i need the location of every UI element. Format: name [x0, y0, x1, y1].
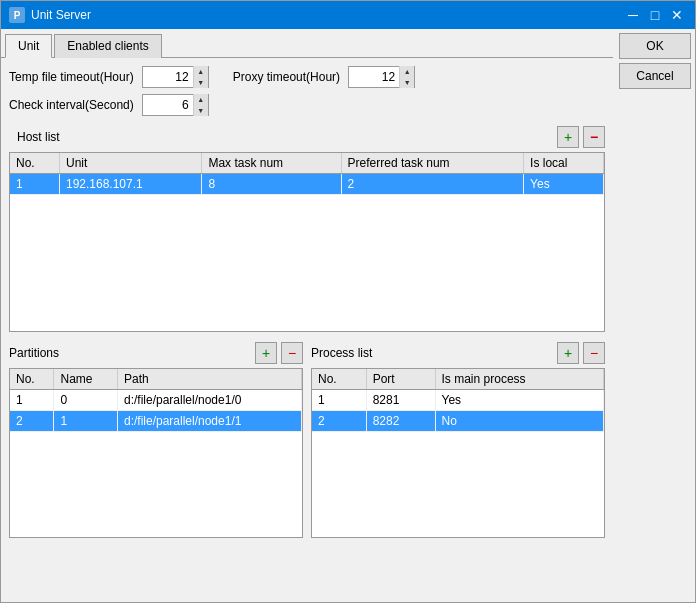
part-col-no: No. — [10, 369, 54, 390]
proxy-timeout-up[interactable]: ▲ — [400, 66, 414, 77]
proc-port: 8281 — [366, 390, 435, 411]
partitions-buttons: + − — [255, 342, 303, 364]
partitions-panel: Partitions + − No. Na — [9, 338, 303, 538]
partitions-table-wrapper: No. Name Path 1 0 d:/file/parallel/node1… — [9, 368, 303, 538]
process-list-remove-button[interactable]: − — [583, 342, 605, 364]
process-row[interactable]: 2 8282 No — [312, 411, 604, 432]
proxy-timeout-label: Proxy timeout(Hour) — [233, 70, 340, 84]
proc-col-no: No. — [312, 369, 366, 390]
check-interval-input[interactable] — [143, 95, 193, 115]
dialog-buttons: OK Cancel — [613, 29, 695, 602]
host-max-task: 8 — [202, 174, 341, 195]
host-list-add-button[interactable]: + — [557, 126, 579, 148]
host-list-header-row: No. Unit Max task num Preferred task num… — [10, 153, 604, 174]
temp-timeout-spin: ▲ ▼ — [142, 66, 209, 88]
col-max-task: Max task num — [202, 153, 341, 174]
col-preferred-task: Preferred task num — [341, 153, 524, 174]
bottom-panels: Partitions + − No. Na — [9, 338, 605, 538]
partition-row[interactable]: 1 0 d:/file/parallel/node1/0 — [10, 390, 302, 411]
minimize-button[interactable]: ─ — [623, 5, 643, 25]
tab-bar: Unit Enabled clients — [1, 29, 613, 58]
proc-col-is-main: Is main process — [435, 369, 603, 390]
host-no: 1 — [10, 174, 59, 195]
proc-no: 1 — [312, 390, 366, 411]
proxy-timeout-input[interactable] — [349, 67, 399, 87]
temp-timeout-spin-buttons: ▲ ▼ — [193, 66, 208, 88]
col-unit: Unit — [59, 153, 201, 174]
partitions-table: No. Name Path 1 0 d:/file/parallel/node1… — [10, 369, 302, 432]
col-is-local: Is local — [524, 153, 604, 174]
host-unit: 192.168.107.1 — [59, 174, 201, 195]
check-interval-down[interactable]: ▼ — [194, 105, 208, 116]
content-area: Unit Enabled clients Temp file timeout(H… — [1, 29, 695, 602]
part-col-name: Name — [54, 369, 118, 390]
host-list-remove-button[interactable]: − — [583, 126, 605, 148]
process-list-table: No. Port Is main process 1 8281 Yes2 828… — [312, 369, 604, 432]
col-no: No. — [10, 153, 59, 174]
host-list-table-wrapper: No. Unit Max task num Preferred task num… — [9, 152, 605, 332]
cancel-button[interactable]: Cancel — [619, 63, 691, 89]
proc-is-main: Yes — [435, 390, 603, 411]
tab-unit[interactable]: Unit — [5, 34, 52, 58]
partitions-remove-button[interactable]: − — [281, 342, 303, 364]
process-row[interactable]: 1 8281 Yes — [312, 390, 604, 411]
maximize-button[interactable]: □ — [645, 5, 665, 25]
partitions-header: Partitions + − — [9, 342, 303, 364]
proc-no: 2 — [312, 411, 366, 432]
unit-panel: Temp file timeout(Hour) ▲ ▼ Proxy timeou… — [1, 58, 613, 602]
partitions-label: Partitions — [9, 346, 59, 360]
check-interval-up[interactable]: ▲ — [194, 94, 208, 105]
proxy-timeout-spin: ▲ ▼ — [348, 66, 415, 88]
proc-is-main: No — [435, 411, 603, 432]
check-interval-spin-buttons: ▲ ▼ — [193, 94, 208, 116]
proc-col-port: Port — [366, 369, 435, 390]
partitions-add-button[interactable]: + — [255, 342, 277, 364]
proxy-timeout-spin-buttons: ▲ ▼ — [399, 66, 414, 88]
temp-timeout-up[interactable]: ▲ — [194, 66, 208, 77]
partitions-body: 1 0 d:/file/parallel/node1/02 1 d:/file/… — [10, 390, 302, 432]
host-list-label: Host list — [17, 130, 60, 144]
close-button[interactable]: ✕ — [667, 5, 687, 25]
host-list-buttons: + − — [557, 126, 605, 148]
process-list-label: Process list — [311, 346, 372, 360]
process-list-header-row: No. Port Is main process — [312, 369, 604, 390]
part-name: 0 — [54, 390, 118, 411]
part-col-path: Path — [117, 369, 301, 390]
window-title: Unit Server — [31, 8, 623, 22]
part-no: 1 — [10, 390, 54, 411]
host-list-table: No. Unit Max task num Preferred task num… — [10, 153, 604, 195]
temp-timeout-label: Temp file timeout(Hour) — [9, 70, 134, 84]
process-list-panel: Process list + − No. — [311, 338, 605, 538]
proxy-timeout-down[interactable]: ▼ — [400, 77, 414, 88]
host-list-header: Host list + − — [9, 126, 605, 148]
tab-enabled-clients[interactable]: Enabled clients — [54, 34, 161, 58]
form-row-2: Check interval(Second) ▲ ▼ — [9, 94, 605, 116]
host-list-row[interactable]: 1 192.168.107.1 8 2 Yes — [10, 174, 604, 195]
proc-port: 8282 — [366, 411, 435, 432]
check-interval-spin: ▲ ▼ — [142, 94, 209, 116]
app-icon: P — [9, 7, 25, 23]
host-list-body: 1 192.168.107.1 8 2 Yes — [10, 174, 604, 195]
form-row-1: Temp file timeout(Hour) ▲ ▼ Proxy timeou… — [9, 66, 605, 88]
host-is-local: Yes — [524, 174, 604, 195]
part-path: d:/file/parallel/node1/1 — [117, 411, 301, 432]
ok-button[interactable]: OK — [619, 33, 691, 59]
main-window: P Unit Server ─ □ ✕ Unit Enabled clients — [0, 0, 696, 603]
window-controls: ─ □ ✕ — [623, 5, 687, 25]
part-no: 2 — [10, 411, 54, 432]
process-list-header: Process list + − — [311, 342, 605, 364]
process-list-table-wrapper: No. Port Is main process 1 8281 Yes2 828… — [311, 368, 605, 538]
process-list-add-button[interactable]: + — [557, 342, 579, 364]
process-list-buttons: + − — [557, 342, 605, 364]
check-interval-label: Check interval(Second) — [9, 98, 134, 112]
main-area: Unit Enabled clients Temp file timeout(H… — [1, 29, 613, 602]
temp-timeout-down[interactable]: ▼ — [194, 77, 208, 88]
process-list-body: 1 8281 Yes2 8282 No — [312, 390, 604, 432]
part-name: 1 — [54, 411, 118, 432]
title-bar: P Unit Server ─ □ ✕ — [1, 1, 695, 29]
host-preferred-task: 2 — [341, 174, 524, 195]
partition-row[interactable]: 2 1 d:/file/parallel/node1/1 — [10, 411, 302, 432]
temp-timeout-input[interactable] — [143, 67, 193, 87]
part-path: d:/file/parallel/node1/0 — [117, 390, 301, 411]
partitions-header-row: No. Name Path — [10, 369, 302, 390]
